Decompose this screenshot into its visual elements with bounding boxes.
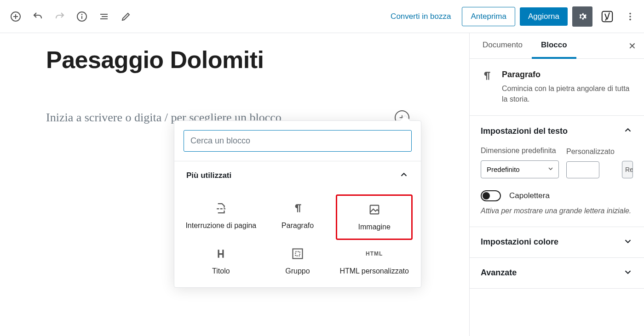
- preview-button[interactable]: Anteprima: [462, 7, 515, 26]
- custom-size-input[interactable]: [566, 161, 599, 178]
- block-item-label: HTML personalizzato: [339, 267, 409, 276]
- svg-rect-19: [293, 249, 302, 258]
- block-item-paragraph[interactable]: Paragrafo: [259, 194, 336, 240]
- block-item-heading[interactable]: Titolo: [183, 240, 259, 283]
- page-break-icon: [213, 201, 228, 216]
- undo-button[interactable]: [28, 6, 48, 27]
- panel-title: Impostazioni colore: [481, 237, 558, 247]
- dropcap-label: Capolettera: [509, 191, 550, 200]
- convert-to-draft-link[interactable]: Converti in bozza: [384, 8, 457, 25]
- chevron-up-icon: [399, 170, 409, 182]
- reset-size-button[interactable]: Re: [622, 161, 633, 178]
- block-search-input[interactable]: [184, 130, 412, 152]
- svg-rect-20: [295, 251, 299, 256]
- update-button[interactable]: Aggiorna: [520, 7, 568, 26]
- close-sidebar-button[interactable]: ✕: [624, 38, 640, 54]
- paragraph-icon: [481, 70, 493, 104]
- svg-point-5: [82, 14, 82, 15]
- panel-advanced[interactable]: Avanzate: [470, 258, 644, 288]
- block-item-label: Interruzione di pagina: [185, 221, 256, 231]
- custom-size-label: Personalizzato: [566, 147, 615, 157]
- html-icon: HTML: [367, 246, 382, 261]
- edit-mode-button[interactable]: [116, 6, 136, 27]
- block-item-label: Immagine: [358, 222, 391, 232]
- image-icon: [367, 202, 382, 217]
- block-item-page-break[interactable]: Interruzione di pagina: [183, 194, 259, 240]
- add-block-button[interactable]: [6, 6, 26, 27]
- dropcap-toggle[interactable]: [481, 190, 501, 201]
- svg-point-10: [629, 12, 631, 14]
- redo-button[interactable]: [50, 6, 70, 27]
- svg-point-12: [629, 18, 631, 20]
- font-size-label: Dimensione predefinita: [481, 146, 559, 156]
- heading-icon: [213, 246, 228, 261]
- panel-title: Avanzate: [481, 268, 517, 278]
- settings-button[interactable]: [572, 6, 592, 27]
- close-icon: ✕: [628, 41, 636, 51]
- tab-block[interactable]: Blocco: [532, 33, 576, 59]
- font-size-select[interactable]: Predefinito: [481, 160, 559, 178]
- block-item-group[interactable]: Gruppo: [259, 240, 336, 283]
- svg-rect-9: [602, 11, 613, 22]
- chevron-down-icon: [623, 267, 633, 279]
- block-item-label: Gruppo: [285, 267, 310, 276]
- yoast-button[interactable]: [597, 6, 617, 27]
- panel-color-settings[interactable]: Impostazioni colore: [470, 227, 644, 257]
- block-description: Comincia con la pietra angolare di tutta…: [502, 83, 633, 104]
- block-inserter-popover: Più utilizzati Interruzione di pagina Pa…: [174, 120, 421, 288]
- block-item-html[interactable]: HTML HTML personalizzato: [336, 240, 413, 283]
- more-menu-button[interactable]: [622, 6, 638, 27]
- paragraph-icon: [290, 201, 305, 216]
- panel-title: Impostazioni del testo: [481, 126, 568, 136]
- tab-document[interactable]: Documento: [473, 33, 532, 59]
- block-item-label: Titolo: [212, 267, 230, 276]
- outline-button[interactable]: [94, 6, 114, 27]
- editor-toolbar: Converti in bozza Anteprima Aggiorna: [0, 0, 644, 33]
- group-icon: [290, 246, 305, 261]
- chevron-up-icon: [623, 125, 633, 137]
- settings-sidebar: Documento Blocco ✕ Paragrafo Comincia co…: [469, 33, 644, 336]
- inserter-section-title: Più utilizzati: [186, 171, 231, 180]
- panel-text-settings[interactable]: Impostazioni del testo: [470, 116, 644, 146]
- dropcap-hint: Attiva per mostrare una grande lettera i…: [481, 206, 633, 216]
- editor-canvas: Paesaggio Dolomiti Inizia a scrivere o d…: [0, 33, 469, 336]
- block-item-label: Paragrafo: [282, 221, 314, 231]
- chevron-down-icon: [623, 236, 633, 248]
- svg-point-11: [629, 16, 631, 17]
- block-item-image[interactable]: Immagine: [336, 194, 413, 240]
- block-name: Paragrafo: [502, 70, 633, 80]
- inserter-section-most-used[interactable]: Più utilizzati: [174, 161, 421, 190]
- post-title[interactable]: Paesaggio Dolomiti: [46, 46, 469, 74]
- info-button[interactable]: [72, 6, 92, 27]
